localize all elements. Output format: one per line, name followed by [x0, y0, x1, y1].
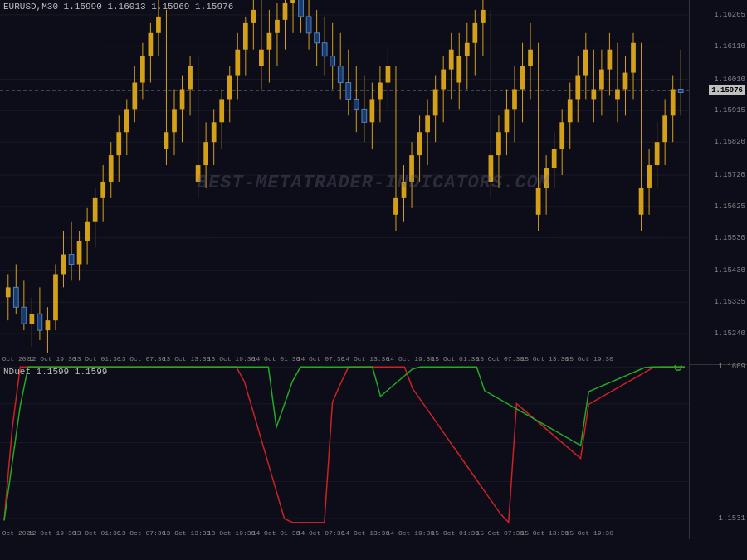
- main-chart: EURUSD,M30 1.15990 1.16013 1.15969 1.159…: [0, 0, 747, 365]
- main-price-axis: 1.162051.161101.160101.159151.158201.157…: [689, 0, 747, 364]
- watermark: BEST-METATRADER-INDICATORS.COM: [197, 172, 550, 192]
- indicator-chart: NDuet 1.1599 1.1599 1.16091.1531: [0, 365, 747, 539]
- indicator-title: NDuet 1.1599 1.1599: [3, 367, 107, 377]
- indicator-price-axis: 1.16091.1531: [689, 365, 747, 539]
- chart-container: EURUSD,M30 1.15990 1.16013 1.15969 1.159…: [0, 0, 747, 560]
- chart-title: EURUSD,M30 1.15990 1.16013 1.15969 1.159…: [3, 2, 233, 12]
